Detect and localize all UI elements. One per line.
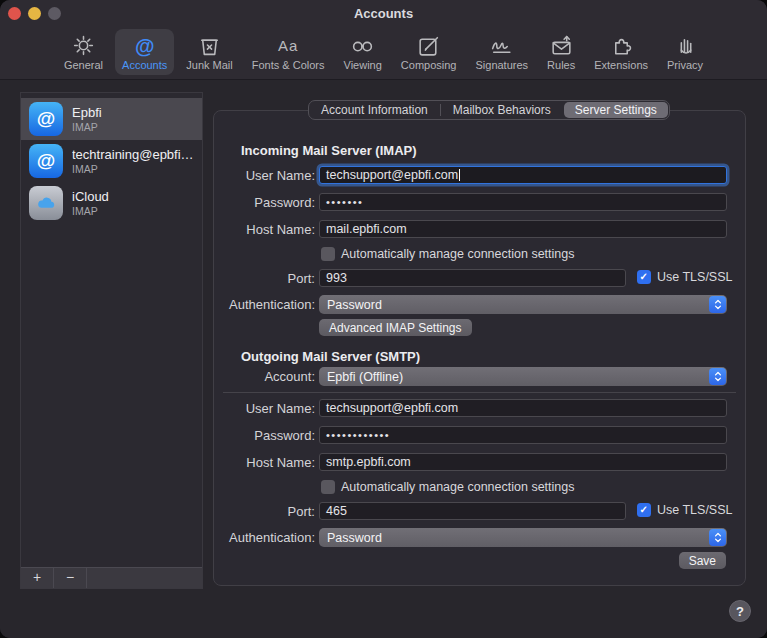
incoming-tls-label: Use TLS/SSL [657, 270, 733, 284]
account-row-epbfi[interactable]: @ Epbfi IMAP [21, 98, 202, 140]
incoming-user-name-label: User Name: [214, 168, 315, 184]
tab-server-settings[interactable]: Server Settings [564, 102, 668, 118]
toolbar-item-label: Extensions [594, 59, 648, 71]
icloud-icon [29, 186, 63, 220]
trash-icon [197, 32, 222, 59]
add-account-button[interactable]: + [21, 568, 54, 588]
preferences-toolbar: General @ Accounts Junk Mail Aa Fonts & … [0, 28, 767, 80]
toolbar-item-viewing[interactable]: Viewing [337, 29, 389, 75]
outgoing-password-input[interactable]: •••••••••••• [319, 426, 727, 444]
stepper-chevrons-icon [709, 368, 726, 385]
gear-icon [71, 32, 96, 59]
text-cursor [459, 169, 460, 181]
outgoing-auto-manage-checkbox[interactable] [321, 480, 335, 494]
incoming-port-label: Port: [214, 271, 315, 287]
outgoing-section-heading: Outgoing Mail Server (SMTP) [241, 349, 420, 364]
outgoing-user-name-input[interactable]: techsupport@epbfi.com [319, 399, 727, 417]
incoming-tls-checkbox[interactable] [637, 270, 651, 284]
account-row-techtraining[interactable]: @ techtraining@epbfi… IMAP [21, 140, 202, 182]
account-protocol: IMAP [72, 121, 102, 133]
outgoing-authentication-label: Authentication: [214, 530, 315, 546]
incoming-host-name-input[interactable]: mail.epbfi.com [319, 220, 727, 238]
account-protocol: IMAP [72, 163, 194, 175]
account-name: Epbfi [72, 105, 102, 120]
incoming-password-input[interactable]: ••••••• [319, 193, 727, 211]
toolbar-item-signatures[interactable]: Signatures [468, 29, 535, 75]
toolbar-item-label: General [64, 59, 103, 71]
outgoing-authentication-select[interactable]: Password [319, 528, 727, 547]
stepper-chevrons-icon [709, 296, 726, 313]
toolbar-item-fonts-colors[interactable]: Aa Fonts & Colors [245, 29, 332, 75]
outgoing-port-label: Port: [214, 504, 315, 520]
toolbar-item-general[interactable]: General [57, 29, 110, 75]
stepper-chevrons-icon [709, 529, 726, 546]
toolbar-item-label: Signatures [475, 59, 528, 71]
toolbar-item-label: Junk Mail [186, 59, 232, 71]
at-badge-icon: @ [29, 144, 63, 178]
toolbar-item-extensions[interactable]: Extensions [587, 29, 655, 75]
save-button[interactable]: Save [679, 552, 726, 569]
accounts-preferences-window: Accounts General @ Accounts Junk Mail Aa… [0, 0, 767, 638]
help-button[interactable]: ? [729, 600, 751, 622]
account-row-icloud[interactable]: iCloud IMAP [21, 182, 202, 224]
toolbar-item-rules[interactable]: Rules [540, 29, 582, 75]
envelope-icon [549, 32, 574, 59]
puzzle-icon [609, 32, 634, 59]
incoming-host-name-label: Host Name: [214, 222, 315, 238]
server-settings-panel: Incoming Mail Server (IMAP) User Name: t… [213, 110, 746, 586]
toolbar-item-label: Fonts & Colors [252, 59, 325, 71]
outgoing-auto-manage-label: Automatically manage connection settings [341, 480, 574, 494]
glasses-icon [350, 32, 375, 59]
account-tabs: Account Information Mailbox Behaviors Se… [308, 100, 670, 120]
outgoing-account-label: Account: [214, 369, 315, 385]
incoming-user-name-input[interactable]: techsupport@epbfi.com [319, 166, 727, 184]
outgoing-password-label: Password: [214, 428, 315, 444]
section-divider [223, 392, 736, 393]
outgoing-port-input[interactable]: 465 [319, 502, 626, 520]
incoming-auto-manage-label: Automatically manage connection settings [341, 247, 574, 261]
hand-icon [673, 32, 698, 59]
fonts-icon: Aa [278, 32, 298, 59]
account-name: iCloud [72, 189, 109, 204]
incoming-authentication-label: Authentication: [214, 297, 315, 313]
incoming-authentication-select[interactable]: Password [319, 295, 727, 314]
toolbar-item-label: Accounts [122, 59, 167, 71]
toolbar-item-junk-mail[interactable]: Junk Mail [179, 29, 239, 75]
content-area: @ Epbfi IMAP @ techtraining@epbfi… IMAP [0, 81, 767, 638]
signature-icon [489, 32, 514, 59]
toolbar-item-label: Privacy [667, 59, 703, 71]
outgoing-account-select[interactable]: Epbfi (Offline) [319, 367, 727, 386]
outgoing-tls-checkbox[interactable] [637, 503, 651, 517]
tab-account-information[interactable]: Account Information [309, 101, 440, 119]
toolbar-item-label: Composing [401, 59, 457, 71]
outgoing-host-name-input[interactable]: smtp.epbfi.com [319, 453, 727, 471]
outgoing-host-name-label: Host Name: [214, 455, 315, 471]
compose-icon [416, 32, 441, 59]
titlebar: Accounts [0, 0, 767, 28]
at-icon: @ [135, 32, 155, 59]
toolbar-item-composing[interactable]: Composing [394, 29, 464, 75]
at-badge-icon: @ [29, 102, 63, 136]
account-name: techtraining@epbfi… [72, 147, 194, 162]
tab-mailbox-behaviors[interactable]: Mailbox Behaviors [441, 101, 563, 119]
toolbar-item-accounts[interactable]: @ Accounts [115, 29, 174, 75]
outgoing-tls-label: Use TLS/SSL [657, 503, 733, 517]
toolbar-item-privacy[interactable]: Privacy [660, 29, 710, 75]
incoming-auto-manage-checkbox[interactable] [321, 247, 335, 261]
toolbar-item-label: Viewing [344, 59, 382, 71]
advanced-imap-settings-button[interactable]: Advanced IMAP Settings [319, 319, 472, 336]
account-protocol: IMAP [72, 205, 109, 217]
accounts-list: @ Epbfi IMAP @ techtraining@epbfi… IMAP [20, 92, 203, 589]
list-actions-bar: + − [21, 567, 202, 588]
window-title: Accounts [0, 6, 767, 21]
outgoing-user-name-label: User Name: [214, 401, 315, 417]
incoming-port-input[interactable]: 993 [319, 269, 626, 287]
remove-account-button[interactable]: − [54, 568, 87, 588]
incoming-section-heading: Incoming Mail Server (IMAP) [241, 143, 417, 158]
toolbar-item-label: Rules [547, 59, 575, 71]
incoming-password-label: Password: [214, 195, 315, 211]
